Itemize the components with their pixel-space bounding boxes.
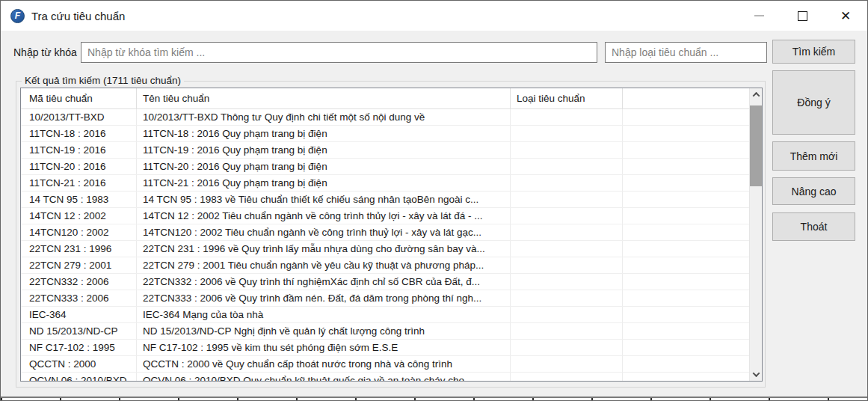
table-cell: [511, 208, 623, 224]
column-header-extra[interactable]: [623, 88, 762, 108]
table-cell: 22TCN333 : 2006 về Quy trình đầm nén. Đấ…: [137, 290, 511, 306]
scrollbar-thumb[interactable]: [750, 105, 763, 186]
table-cell: [511, 323, 623, 339]
table-cell: [623, 356, 749, 372]
app-logo-icon: F: [10, 9, 25, 23]
chevron-up-icon: [752, 92, 760, 100]
ok-button[interactable]: Đồng ý: [772, 70, 855, 135]
table-cell: 14TCN120 : 2002: [21, 224, 137, 240]
table-cell: [511, 224, 623, 240]
table-cell: 14TCN120 : 2002 Tiêu chuẩn ngành về công…: [137, 224, 511, 240]
advanced-button[interactable]: Nâng cao: [772, 177, 855, 205]
table-cell: 22TCN 231 : 1996 về Quy trình lấy mẫu nh…: [137, 241, 511, 257]
table-cell: [623, 373, 749, 381]
minimize-button[interactable]: [737, 1, 781, 31]
table-cell: 11TCN-18 : 2016: [21, 126, 137, 141]
scroll-down-button[interactable]: [750, 368, 763, 381]
table-row[interactable]: 11TCN-20 : 201611TCN-20 : 2016 Quy phạm …: [21, 159, 749, 175]
table-cell: QCCTN : 2000: [21, 356, 137, 372]
table-cell: 14 TCN 95 : 1983: [21, 192, 137, 207]
table-row[interactable]: 22TCN333 : 200622TCN333 : 2006 về Quy tr…: [21, 290, 749, 307]
window-bottom-border: [1, 397, 867, 400]
table-row[interactable]: 11TCN-21 : 201611TCN-21 : 2016 Quy phạm …: [21, 175, 749, 192]
table-cell: 14 TCN 95 : 1983 về Tiêu chuẩn thiết kế …: [137, 192, 511, 207]
search-button[interactable]: Tìm kiếm: [772, 40, 855, 64]
window-title: Tra cứu tiêu chuẩn: [31, 10, 125, 22]
table-cell: QCVN 06 : 2010/BXD: [21, 373, 137, 381]
table-cell: [623, 307, 749, 322]
table-row[interactable]: QCCTN : 2000QCCTN : 2000 về Quy chuẩn cấ…: [21, 356, 749, 373]
table-row[interactable]: IEC-364IEC-364 Mạng của tòa nhà: [21, 307, 749, 323]
table-cell: 14TCN 12 : 2002 Tiêu chuẩn ngành về công…: [137, 208, 511, 224]
table-cell: [623, 142, 749, 158]
column-header-type[interactable]: Loại tiêu chuẩn: [511, 88, 623, 108]
table-cell: [623, 241, 749, 257]
table-cell: [623, 159, 749, 174]
results-groupbox: Kết quả tìm kiếm (1711 tiêu chuẩn) Mã ti…: [16, 81, 766, 388]
table-cell: 10/2013/TT-BXD: [21, 109, 137, 125]
table-cell: ND 15/2013/ND-CP: [21, 323, 137, 339]
scrollbar-track[interactable]: [750, 101, 763, 368]
vertical-scrollbar[interactable]: [749, 88, 762, 381]
table-cell: 11TCN-19 : 2016 Quy phạm trang bị điện: [137, 142, 511, 158]
table-cell: 11TCN-21 : 2016 Quy phạm trang bị điện: [137, 175, 511, 191]
table-cell: [511, 356, 623, 372]
table-row[interactable]: 14 TCN 95 : 198314 TCN 95 : 1983 về Tiêu…: [21, 192, 749, 208]
close-button[interactable]: ✕: [824, 1, 867, 31]
table-cell: 14TCN 12 : 2002: [21, 208, 137, 224]
table-cell: [511, 307, 623, 322]
table-cell: IEC-364: [21, 307, 137, 322]
table-row[interactable]: QCVN 06 : 2010/BXDQCVN 06 : 2010/BXD Quy…: [21, 373, 749, 381]
table-cell: 11TCN-20 : 2016 Quy phạm trang bị điện: [137, 159, 511, 174]
table-cell: [511, 274, 623, 290]
table-row[interactable]: 14TCN120 : 200214TCN120 : 2002 Tiêu chuẩ…: [21, 224, 749, 241]
table-cell: [623, 109, 749, 125]
table-cell: 22TCN332 : 2006 về Quy trình thí nghiệmX…: [137, 274, 511, 290]
table-cell: [623, 224, 749, 240]
scroll-up-button[interactable]: [750, 88, 763, 101]
table-row[interactable]: ND 15/2013/ND-CPND 15/2013/ND-CP Nghị đị…: [21, 323, 749, 340]
table-cell: NF C17-102 : 1995 về kim thu sét phóng đ…: [137, 340, 511, 355]
table-cell: [623, 323, 749, 339]
table-cell: [623, 257, 749, 273]
table-cell: ND 15/2013/ND-CP Nghị định về quản lý ch…: [137, 323, 511, 339]
maximize-button[interactable]: [781, 1, 824, 31]
table-cell: [623, 126, 749, 141]
results-group-title: Kết quả tìm kiếm (1711 tiêu chuẩn): [22, 75, 184, 86]
table-cell: [511, 142, 623, 158]
titlebar: F Tra cứu tiêu chuẩn ✕: [1, 1, 867, 31]
exit-button[interactable]: Thoát: [772, 212, 855, 241]
table-cell: [511, 340, 623, 355]
add-new-button[interactable]: Thêm mới: [772, 141, 855, 171]
close-icon: ✕: [840, 10, 851, 22]
table-cell: [511, 109, 623, 125]
table-cell: [623, 340, 749, 355]
table-cell: NF C17-102 : 1995: [21, 340, 137, 355]
column-header-name[interactable]: Tên tiêu chuẩn: [137, 88, 511, 108]
table-cell: [511, 290, 623, 306]
table-cell: [511, 241, 623, 257]
table-cell: 11TCN-21 : 2016: [21, 175, 137, 191]
table-row[interactable]: 10/2013/TT-BXD10/2013/TT-BXD Thông tư Qu…: [21, 109, 749, 126]
table-cell: [623, 192, 749, 207]
table-row[interactable]: 11TCN-19 : 201611TCN-19 : 2016 Quy phạm …: [21, 142, 749, 159]
table-cell: [511, 373, 623, 381]
table-row[interactable]: 22TCN 231 : 199622TCN 231 : 1996 về Quy …: [21, 241, 749, 257]
standard-type-input[interactable]: [605, 42, 767, 63]
table-cell: [623, 290, 749, 306]
lookup-dialog-window: F Tra cứu tiêu chuẩn ✕ Nhập từ khóa Tìm …: [0, 0, 868, 401]
table-cell: 11TCN-19 : 2016: [21, 142, 137, 158]
table-cell: IEC-364 Mạng của tòa nhà: [137, 307, 511, 322]
table-cell: [511, 126, 623, 141]
table-row[interactable]: 11TCN-18 : 201611TCN-18 : 2016 Quy phạm …: [21, 126, 749, 142]
column-header-code[interactable]: Mã tiêu chuẩn: [21, 88, 137, 108]
table-cell: [511, 159, 623, 174]
table-header-row: Mã tiêu chuẩn Tên tiêu chuẩn Loại tiêu c…: [21, 88, 762, 109]
table-row[interactable]: 22TCN 279 : 200122TCN 279 : 2001 Tiêu ch…: [21, 257, 749, 274]
keyword-input[interactable]: [81, 42, 597, 63]
table-row[interactable]: 14TCN 12 : 200214TCN 12 : 2002 Tiêu chuẩ…: [21, 208, 749, 224]
table-row[interactable]: NF C17-102 : 1995NF C17-102 : 1995 về ki…: [21, 340, 749, 356]
table-row[interactable]: 22TCN332 : 200622TCN332 : 2006 về Quy tr…: [21, 274, 749, 290]
window-controls: ✕: [737, 1, 867, 31]
table-cell: [511, 192, 623, 207]
